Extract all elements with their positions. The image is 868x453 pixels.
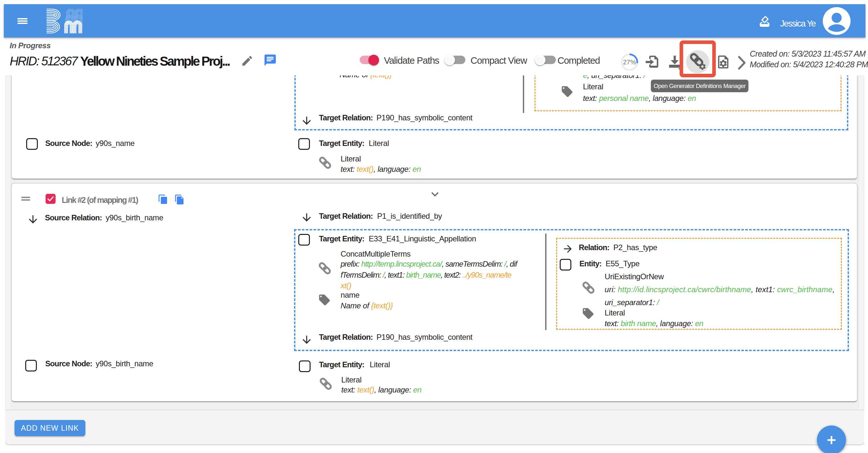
svg-text:27%: 27% [623,59,636,66]
